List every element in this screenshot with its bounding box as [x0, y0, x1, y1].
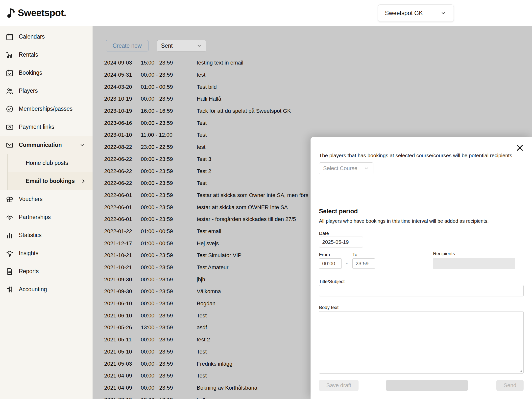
email-time: 00:00 - 23:59: [141, 373, 197, 379]
email-date: 2021-06-10: [104, 300, 141, 307]
body-text-label: Body text: [319, 305, 339, 310]
email-time: 00:00 - 23:59: [141, 361, 197, 367]
email-date: 2021-05-03: [104, 361, 141, 367]
email-time: 00:00 - 23:59: [141, 252, 197, 259]
sidebar-subitem-label: Email to bookings: [26, 178, 75, 184]
from-label: From: [319, 252, 330, 257]
status-filter-select[interactable]: Sent: [157, 40, 206, 51]
sidebar-item-label: Insights: [19, 250, 38, 257]
email-time: 16:00 - 16:59: [141, 108, 197, 114]
select-period-title: Select period: [319, 208, 358, 215]
status-filter-value: Sent: [161, 43, 173, 49]
save-draft-button[interactable]: Save draft: [319, 380, 359, 391]
email-date: 2021-04-09: [104, 373, 141, 379]
from-time-input[interactable]: [319, 258, 342, 269]
sidebar-item-calendars[interactable]: Calendars: [0, 28, 93, 46]
sidebar-item-label: Memberships/passes: [19, 106, 73, 112]
communication-icon: [5, 141, 14, 149]
secondary-action-button[interactable]: [386, 380, 468, 391]
email-row[interactable]: 2023-10-1900:00 - 23:59Halli Hallå: [93, 93, 532, 105]
email-time: 12:00 - 13:13: [141, 397, 197, 399]
send-button[interactable]: Send: [496, 380, 524, 391]
email-subject: Halli Hallå: [197, 96, 532, 102]
create-new-button[interactable]: Create new: [106, 40, 148, 51]
email-time: 00:00 - 23:59: [141, 288, 197, 295]
email-date: 2024-09-03: [104, 60, 141, 66]
sidebar-item-statistics[interactable]: Statistics: [0, 226, 93, 244]
club-selector[interactable]: Sweetspot GK: [378, 4, 454, 22]
chevron-down-icon: [364, 166, 369, 171]
recipients-label: Recipients: [433, 251, 455, 256]
email-subject: test: [197, 72, 532, 78]
body-text-input[interactable]: [319, 311, 524, 374]
email-date: 2022-08-22: [104, 144, 141, 150]
rentals-icon: [5, 51, 14, 59]
sidebar-item-reports[interactable]: Reports: [0, 262, 93, 280]
course-select[interactable]: Select Course: [319, 162, 373, 174]
sidebar-item-rentals[interactable]: Rentals: [0, 46, 93, 64]
body-text-wrap: [319, 311, 524, 374]
sidebar-item-label: Accounting: [19, 286, 47, 293]
partnership-icon: [5, 213, 14, 222]
email-time: 00:00 - 23:59: [141, 192, 197, 199]
email-subject: Test bild: [197, 84, 532, 90]
email-row[interactable]: 2024-03-2001:00 - 00:59Test bild: [93, 81, 532, 93]
sidebar-item-memberships-passes[interactable]: Memberships/passes: [0, 100, 93, 118]
email-time: 15:00 - 23:59: [141, 60, 197, 66]
email-date: 2021-05-10: [104, 349, 141, 355]
email-date: 2023-10-19: [104, 108, 141, 114]
email-date: 2021-10-21: [104, 264, 141, 271]
sidebar-item-email-to-bookings[interactable]: Email to bookings: [8, 172, 93, 190]
email-date: 2022-06-01: [104, 192, 141, 199]
email-time: 00:00 - 23:59: [141, 180, 197, 186]
email-row[interactable]: 2024-05-3100:00 - 23:59test: [93, 69, 532, 81]
email-time: 00:00 - 23:59: [141, 120, 197, 126]
email-date: 2023-10-19: [104, 96, 141, 102]
sidebar-item-label: Bookings: [19, 69, 42, 76]
sidebar-item-home-club-posts[interactable]: Home club posts: [8, 154, 93, 172]
email-date: 2021-06-10: [104, 312, 141, 319]
sidebar-item-label: Statistics: [19, 232, 42, 239]
sidebar-item-communication[interactable]: Communication: [0, 136, 93, 154]
toolbar: Create new Sent: [106, 40, 206, 51]
time-range-dash: -: [346, 260, 348, 267]
chevron-right-icon: [80, 178, 87, 184]
sidebar-item-bookings[interactable]: Bookings: [0, 64, 93, 82]
email-time: 00:00 - 23:59: [141, 312, 197, 319]
sidebar-item-partnerships[interactable]: Partnerships: [0, 208, 93, 226]
email-date: 2024-05-31: [104, 72, 141, 78]
email-time: 01:00 - 00:59: [141, 84, 197, 90]
statistics-icon: [5, 231, 14, 240]
course-select-placeholder: Select Course: [323, 165, 357, 172]
email-time: 00:00 - 23:59: [141, 336, 197, 343]
email-time: 00:00 - 23:59: [141, 216, 197, 222]
sidebar-item-label: Rentals: [19, 51, 38, 58]
email-time: 00:00 - 23:59: [141, 204, 197, 211]
compose-email-modal: The players that has bookings at selecte…: [311, 137, 532, 399]
sidebar-item-label: Communication: [19, 142, 62, 148]
email-date: 2021-09-30: [104, 276, 141, 283]
email-row[interactable]: 2023-06-1600:00 - 23:59Test: [93, 117, 532, 129]
sidebar-item-players[interactable]: Players: [0, 82, 93, 100]
email-date: 2023-06-16: [104, 120, 141, 126]
email-date: 2021-09-30: [104, 288, 141, 295]
logo-text: Sweetspot.: [18, 8, 66, 18]
to-time-input[interactable]: [352, 258, 375, 269]
email-subject: Test: [197, 120, 532, 126]
date-input[interactable]: [319, 237, 363, 247]
sidebar-item-accounting[interactable]: Accounting: [0, 280, 93, 298]
membership-icon: [5, 105, 14, 113]
bookings-icon: [5, 69, 14, 77]
email-date: 2022-06-22: [104, 156, 141, 162]
sidebar-item-insights[interactable]: Insights: [0, 244, 93, 262]
email-row[interactable]: 2023-10-1916:00 - 16:59Tack för att du s…: [93, 105, 532, 117]
recipients-field[interactable]: [433, 258, 515, 269]
title-subject-input[interactable]: [319, 285, 524, 296]
sidebar-item-payment-links[interactable]: Payment links: [0, 118, 93, 136]
sidebar-item-vouchers[interactable]: Vouchers: [0, 190, 93, 208]
email-subject: testing text in email: [197, 60, 532, 66]
email-row[interactable]: 2024-09-0315:00 - 23:59testing text in e…: [93, 57, 532, 69]
email-date: 2021-12-17: [104, 240, 141, 247]
close-icon[interactable]: [515, 143, 525, 153]
chevron-down-icon: [440, 10, 447, 16]
